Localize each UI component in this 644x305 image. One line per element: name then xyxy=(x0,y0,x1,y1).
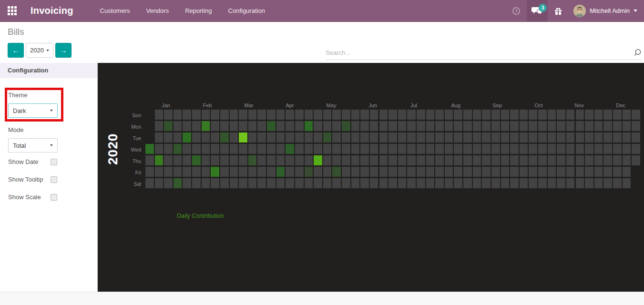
heatmap-cell[interactable] xyxy=(323,110,332,120)
heatmap-cell[interactable] xyxy=(463,110,472,120)
heatmap-cell[interactable] xyxy=(623,121,631,131)
heatmap-cell[interactable] xyxy=(379,110,388,120)
heatmap-cell[interactable] xyxy=(323,121,332,131)
heatmap-cell[interactable] xyxy=(174,110,182,120)
heatmap-cell[interactable] xyxy=(491,178,500,188)
heatmap-cell[interactable] xyxy=(407,144,416,154)
heatmap-cell[interactable] xyxy=(566,167,575,177)
heatmap-cell[interactable] xyxy=(342,155,350,165)
heatmap-cell[interactable] xyxy=(379,178,388,188)
heatmap-cell[interactable] xyxy=(501,121,510,131)
heatmap-cell[interactable] xyxy=(603,144,612,154)
heatmap-cell[interactable] xyxy=(398,121,407,131)
heatmap-cell[interactable] xyxy=(529,167,537,177)
activities-button[interactable] xyxy=(506,0,527,21)
heatmap-cell[interactable] xyxy=(463,167,472,177)
heatmap-cell[interactable] xyxy=(360,178,369,188)
heatmap-cell[interactable] xyxy=(585,110,593,120)
heatmap-cell[interactable] xyxy=(295,121,304,131)
heatmap-cell[interactable] xyxy=(351,144,360,154)
heatmap-cell[interactable] xyxy=(239,178,247,188)
heatmap-cell[interactable] xyxy=(286,155,294,165)
heatmap-cell[interactable] xyxy=(445,144,453,154)
heatmap-cell[interactable] xyxy=(585,178,593,188)
heatmap-cell[interactable] xyxy=(370,155,378,165)
heatmap-cell[interactable] xyxy=(164,132,173,142)
heatmap-cell[interactable] xyxy=(463,155,472,165)
heatmap-cell[interactable] xyxy=(332,155,341,165)
heatmap-cell[interactable] xyxy=(473,132,481,142)
heatmap-cell[interactable] xyxy=(379,121,388,131)
heatmap-cell[interactable] xyxy=(510,178,519,188)
heatmap-cell[interactable] xyxy=(332,110,341,120)
heatmap-cell[interactable] xyxy=(323,178,332,188)
heatmap-cell[interactable] xyxy=(407,167,416,177)
heatmap-cell[interactable] xyxy=(398,178,407,188)
heatmap-cell[interactable] xyxy=(557,110,565,120)
heatmap-cell[interactable] xyxy=(473,144,481,154)
heatmap-cell[interactable] xyxy=(417,144,425,154)
heatmap-cell[interactable] xyxy=(248,155,257,165)
heatmap-cell[interactable] xyxy=(538,110,547,120)
heatmap-cell[interactable] xyxy=(603,110,612,120)
heatmap-cell[interactable] xyxy=(360,167,369,177)
heatmap-cell[interactable] xyxy=(239,132,247,142)
heatmap-cell[interactable] xyxy=(566,121,575,131)
heatmap-cell[interactable] xyxy=(491,132,500,142)
heatmap-cell[interactable] xyxy=(454,167,462,177)
heatmap-cell[interactable] xyxy=(192,132,201,142)
heatmap-cell[interactable] xyxy=(211,121,219,131)
heatmap-cell[interactable] xyxy=(407,155,416,165)
heatmap-cell[interactable] xyxy=(566,155,575,165)
heatmap-cell[interactable] xyxy=(155,167,164,177)
heatmap-cell[interactable] xyxy=(435,144,444,154)
heatmap-cell[interactable] xyxy=(445,178,453,188)
heatmap-cell[interactable] xyxy=(473,167,481,177)
heatmap-cell[interactable] xyxy=(183,121,191,131)
heatmap-cell[interactable] xyxy=(594,155,603,165)
heatmap-cell[interactable] xyxy=(202,144,210,154)
heatmap-cell[interactable] xyxy=(370,121,378,131)
heatmap-cell[interactable] xyxy=(276,167,285,177)
heatmap-cell[interactable] xyxy=(230,132,238,142)
heatmap-cell[interactable] xyxy=(183,167,191,177)
heatmap-cell[interactable] xyxy=(211,132,219,142)
heatmap-cell[interactable] xyxy=(248,167,257,177)
gift-button[interactable] xyxy=(548,0,569,21)
heatmap-cell[interactable] xyxy=(295,132,304,142)
search-input[interactable] xyxy=(326,49,634,56)
heatmap-cell[interactable] xyxy=(445,132,453,142)
heatmap-cell[interactable] xyxy=(257,132,266,142)
heatmap-cell[interactable] xyxy=(594,178,603,188)
heatmap-cell[interactable] xyxy=(632,144,640,154)
heatmap-cell[interactable] xyxy=(230,121,238,131)
mode-select[interactable]: Total xyxy=(8,138,58,152)
heatmap-cell[interactable] xyxy=(482,155,491,165)
heatmap-cell[interactable] xyxy=(388,178,397,188)
heatmap-cell[interactable] xyxy=(463,121,472,131)
heatmap-cell[interactable] xyxy=(295,178,304,188)
heatmap-cell[interactable] xyxy=(257,121,266,131)
heatmap-cell[interactable] xyxy=(202,167,210,177)
heatmap-cell[interactable] xyxy=(529,121,537,131)
heatmap-cell[interactable] xyxy=(360,155,369,165)
heatmap-cell[interactable] xyxy=(576,110,584,120)
heatmap-cell[interactable] xyxy=(548,144,556,154)
heatmap-cell[interactable] xyxy=(220,167,229,177)
heatmap-cell[interactable] xyxy=(248,121,257,131)
heatmap-cell[interactable] xyxy=(538,144,547,154)
messaging-button[interactable]: 3 xyxy=(527,0,548,21)
heatmap-cell[interactable] xyxy=(379,144,388,154)
heatmap-cell[interactable] xyxy=(286,110,294,120)
heatmap-cell[interactable] xyxy=(239,121,247,131)
heatmap-cell[interactable] xyxy=(248,144,257,154)
heatmap-cell[interactable] xyxy=(463,178,472,188)
heatmap-cell[interactable] xyxy=(603,155,612,165)
heatmap-cell[interactable] xyxy=(360,110,369,120)
heatmap-cell[interactable] xyxy=(155,178,164,188)
heatmap-cell[interactable] xyxy=(370,178,378,188)
heatmap-cell[interactable] xyxy=(145,167,154,177)
heatmap-cell[interactable] xyxy=(594,121,603,131)
heatmap-cell[interactable] xyxy=(295,155,304,165)
heatmap-cell[interactable] xyxy=(473,155,481,165)
